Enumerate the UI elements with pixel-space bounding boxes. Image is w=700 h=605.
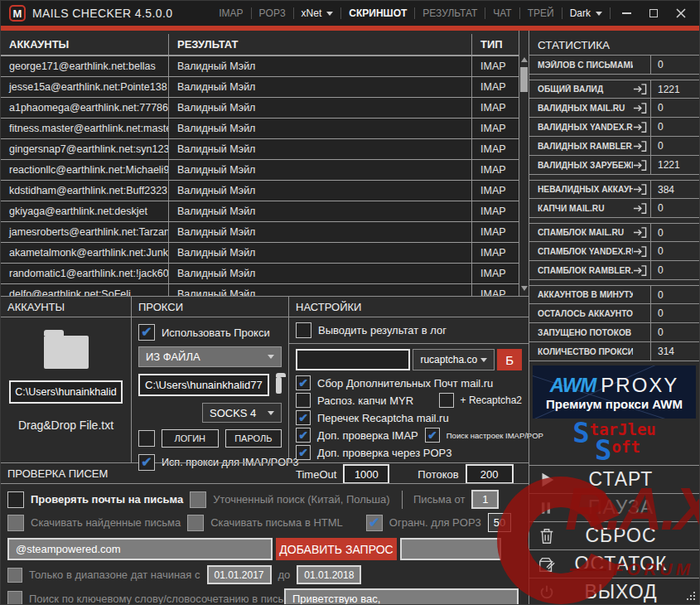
- stat-label: ЗАПУЩЕНО ПОТОКОВ: [538, 328, 633, 337]
- recaptcha2-checkbox[interactable]: [439, 393, 454, 408]
- pause-button[interactable]: ПАУЗА: [529, 494, 699, 522]
- query-input[interactable]: @steampowered.com: [7, 538, 273, 560]
- proxy-file-input[interactable]: C:\Users\hunainkhalid77: [138, 374, 269, 396]
- use-proxy-checkbox[interactable]: [138, 324, 155, 341]
- menu-tray[interactable]: ТРЕЙ: [520, 7, 562, 19]
- menu-chat[interactable]: ЧАТ: [485, 7, 519, 19]
- table-row[interactable]: a1phaomega@earthlink.net:7778641 Валидны…: [1, 98, 519, 119]
- export-icon[interactable]: [633, 121, 647, 133]
- menu-pop3[interactable]: POP3: [252, 7, 293, 19]
- maximize-icon[interactable]: [649, 9, 658, 17]
- keyword-checkbox[interactable]: [7, 591, 22, 605]
- pop3-check-checkbox[interactable]: [296, 445, 311, 460]
- refined-search-checkbox[interactable]: [190, 491, 206, 508]
- awm-proxy-banner[interactable]: AWM PROXY Премиум прокси AWM: [533, 365, 696, 419]
- proxy-source-select[interactable]: ИЗ ФАЙЛА: [138, 346, 282, 367]
- table-row[interactable]: george171@earthlink.net:bellas Валидный …: [1, 56, 519, 77]
- menu-xnet-dropdown[interactable]: xNet: [294, 7, 341, 19]
- table-row[interactable]: akametalmonk@earthlink.net:Junkm Валидны…: [1, 243, 519, 264]
- recognize-captcha-checkbox[interactable]: [296, 393, 311, 408]
- captcha-service-select[interactable]: rucaptcha.co: [413, 349, 495, 370]
- rest-button[interactable]: ОСТАТОК: [529, 550, 699, 578]
- starjleu-soft-logo[interactable]: S tarJleu S oft: [529, 419, 699, 465]
- imap-check-checkbox[interactable]: [296, 428, 311, 443]
- export-icon[interactable]: [633, 202, 647, 215]
- add-query-button[interactable]: ДОБАВИТЬ ЗАПРОС: [276, 538, 397, 560]
- power-icon: [538, 583, 566, 602]
- pop3-limit-input[interactable]: 50: [488, 513, 511, 532]
- cell-account: akametalmonk@earthlink.net:Junkm: [1, 243, 169, 263]
- letters-from-input[interactable]: 1: [471, 490, 499, 509]
- reset-button[interactable]: СБРОС: [529, 522, 699, 550]
- collect-mail-checkbox[interactable]: [296, 375, 311, 390]
- keyword-input[interactable]: Приветствую вас,: [284, 588, 519, 605]
- table-scrollbar[interactable]: [519, 31, 529, 296]
- stat-row: ОСТАЛОСЬ АККАУНТОВ 0: [529, 304, 699, 323]
- date-range-checkbox[interactable]: [7, 568, 22, 583]
- export-icon[interactable]: [633, 83, 647, 95]
- table-row[interactable]: jamesroberts@earthlink.net:Tarzan#1 Вали…: [1, 222, 519, 243]
- download-found-checkbox[interactable]: [7, 515, 24, 531]
- proxy-for-imap-checkbox[interactable]: [138, 454, 155, 471]
- date-from-input[interactable]: 01.01.2017: [207, 565, 272, 584]
- check-mail-checkbox[interactable]: [7, 491, 24, 508]
- cell-result: Валидный Мэйл: [169, 119, 472, 138]
- folder-icon[interactable]: [44, 336, 89, 369]
- log-checkbox[interactable]: [296, 322, 311, 338]
- password-button[interactable]: ПАРОЛЬ: [225, 429, 282, 448]
- export-icon[interactable]: [633, 140, 647, 152]
- table-row[interactable]: jesse15a@earthlink.net:Pointe138 Валидны…: [1, 77, 519, 98]
- stat-row: ВАЛИДНЫХ ЗАРУБЕЖНЫХ 1221: [529, 156, 699, 175]
- export-icon[interactable]: [633, 226, 647, 239]
- table-row[interactable]: gingersnap7@earthlink.net:syn1234 Валидн…: [1, 139, 519, 160]
- settings-panel-title: НАСТРОЙКИ: [289, 297, 529, 317]
- minimize-icon[interactable]: [622, 12, 631, 14]
- extra-query-input[interactable]: [400, 538, 501, 560]
- table-row[interactable]: fitness.master@earthlink.net:master Вали…: [1, 119, 519, 139]
- resize-grip[interactable]: [685, 590, 697, 602]
- cell-type: IMAP: [472, 201, 519, 221]
- accounts-file-path[interactable]: C:\Users\hunainkhalid: [9, 380, 123, 404]
- export-icon[interactable]: [633, 102, 647, 114]
- folder-icon[interactable]: [276, 377, 282, 394]
- date-to-input[interactable]: 01.01.2018: [297, 565, 361, 584]
- balance-button[interactable]: Б: [497, 349, 522, 370]
- scrollbar-thumb[interactable]: [520, 67, 528, 92]
- proxy-auth-checkbox[interactable]: [138, 430, 155, 447]
- captcha-key-input[interactable]: [296, 349, 410, 370]
- export-icon[interactable]: [633, 264, 647, 277]
- chevron-down-icon: [480, 358, 487, 362]
- menu-screenshot[interactable]: СКРИНШОТ: [341, 7, 414, 19]
- imap-settings-search-checkbox[interactable]: [425, 428, 440, 443]
- menu-result[interactable]: РЕЗУЛЬТАТ: [415, 7, 485, 19]
- menu-imap[interactable]: IMAP: [211, 7, 250, 19]
- theme-dropdown[interactable]: Dark: [562, 7, 610, 19]
- col-accounts[interactable]: АККАУНТЫ: [1, 34, 169, 55]
- proxy-source-value: ИЗ ФАЙЛА: [146, 351, 200, 363]
- table-row[interactable]: reactionllc@earthlink.net:Michaeli98 Вал…: [1, 160, 519, 181]
- table-row[interactable]: randomatic1@earthlink.net:!jack6013 Вали…: [1, 264, 519, 284]
- download-found-label: Скачивать найденные письма: [31, 516, 181, 529]
- recheck-recaptcha-checkbox[interactable]: [296, 410, 311, 425]
- proxy-type-select[interactable]: SOCKS 4: [202, 403, 282, 423]
- export-icon[interactable]: [633, 183, 647, 196]
- export-icon[interactable]: [633, 159, 647, 172]
- scroll-down-icon[interactable]: [521, 286, 528, 291]
- scroll-up-icon[interactable]: [521, 57, 528, 62]
- export-icon[interactable]: [633, 245, 647, 258]
- awm-subtitle: Премиум прокси AWM: [546, 397, 683, 411]
- table-row[interactable]: kdstidham@earthlink.net:Buff2323 Валидны…: [1, 181, 519, 201]
- recaptcha2-label: + Recaptcha2: [461, 394, 522, 406]
- exit-button[interactable]: ВЫХОД: [529, 578, 699, 605]
- table-row[interactable]: delfo@earthlink.net:SoFeli Валидный Мэйл…: [1, 284, 519, 296]
- close-icon[interactable]: [676, 8, 686, 18]
- login-button[interactable]: ЛОГИН: [162, 429, 219, 448]
- pop3-limit-checkbox[interactable]: [366, 515, 383, 531]
- col-result[interactable]: РЕЗУЛЬТАТ: [169, 34, 472, 55]
- cell-result: Валидный Мэйл: [169, 139, 472, 159]
- col-type[interactable]: ТИП: [472, 34, 519, 55]
- exit-label: ВЫХОД: [566, 581, 676, 603]
- download-html-checkbox[interactable]: [187, 515, 204, 531]
- start-button[interactable]: СТАРТ: [529, 466, 699, 494]
- table-row[interactable]: gkiyaga@earthlink.net:deskjet Валидный М…: [1, 201, 519, 222]
